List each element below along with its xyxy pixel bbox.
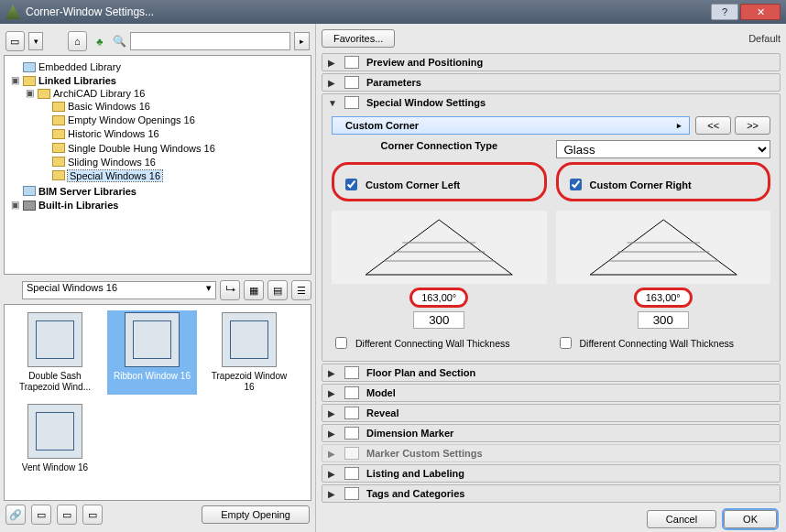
tree-archicad[interactable]: ArchiCAD Library 16 [53, 88, 145, 99]
chk-left-input[interactable] [345, 179, 357, 190]
custom-corner-left-box: Custom Corner Left [332, 162, 547, 201]
subheader-label: Custom Corner [345, 120, 419, 131]
search-icon[interactable]: 🔍 [113, 35, 126, 48]
section-model[interactable]: ▶Model [322, 384, 781, 402]
cancel-button[interactable]: Cancel [647, 510, 716, 528]
thumbnail-grid[interactable]: Double Sash Trapezoid Wind... Ribbon Win… [4, 304, 311, 501]
view-list-icon[interactable]: ☰ [291, 280, 311, 300]
section-special-window: ▼Special Window Settings Custom Corner ▸… [322, 93, 781, 362]
tree-builtin[interactable]: Built-in Libraries [38, 200, 118, 211]
tool2-icon[interactable]: ▭ [57, 505, 77, 525]
tree-linked[interactable]: Linked Libraries [38, 75, 116, 86]
library-tree[interactable]: Embedded Library ▣Linked Libraries ▣Arch… [4, 55, 311, 275]
tool1-icon[interactable]: ▭ [31, 505, 51, 525]
tree-embedded[interactable]: Embedded Library [38, 61, 121, 72]
ok-button[interactable]: OK [724, 510, 777, 528]
next-button[interactable]: >> [735, 116, 770, 135]
tree-historic[interactable]: Historic Windows 16 [68, 129, 159, 140]
chk-right-label: Custom Corner Right [590, 179, 692, 190]
svg-line-1 [439, 220, 512, 275]
left-panel: ▭ ▾ ⌂ ♣ 🔍 ▸ Embedded Library ▣Linked Lib… [0, 24, 316, 532]
thick-left-input[interactable] [335, 337, 347, 349]
corner-diagram-left [332, 211, 547, 284]
up-folder-icon[interactable]: ⮡ [220, 280, 240, 300]
section-title: Model [366, 387, 396, 398]
thumb-trapezoid[interactable]: Trapezoid Window 16 [204, 310, 294, 395]
folder-icon [52, 170, 65, 180]
thumb-vent[interactable]: Vent Window 16 [10, 402, 100, 475]
thick-right-input[interactable] [560, 337, 572, 349]
custom-corner-right-box: Custom Corner Right [556, 162, 771, 201]
section-floor-plan[interactable]: ▶Floor Plan and Section [322, 364, 781, 382]
model-icon [344, 386, 359, 399]
help-button[interactable]: ? [711, 4, 738, 20]
angle-right-value[interactable]: 163,00° [634, 288, 693, 308]
search-input[interactable] [130, 32, 290, 50]
tree-bim[interactable]: BIM Server Libraries [38, 186, 136, 197]
folder-icon [52, 129, 65, 139]
section-title: Reveal [366, 407, 398, 418]
link-icon[interactable]: 🔗 [5, 505, 26, 525]
tree-empty[interactable]: Empty Window Openings 16 [68, 114, 195, 125]
current-folder-label: Special Windows 16 [27, 282, 117, 293]
search-dropdown[interactable]: ▸ [294, 32, 310, 50]
empty-opening-button[interactable]: Empty Opening [202, 505, 310, 524]
custom-corner-right-check[interactable]: Custom Corner Right [566, 176, 761, 193]
section-special-header[interactable]: ▼Special Window Settings [322, 94, 780, 111]
section-title: Tags and Categories [366, 488, 464, 499]
section-parameters[interactable]: ▶Parameters [322, 73, 781, 92]
tree-single[interactable]: Single Double Hung Windows 16 [68, 143, 215, 154]
special-icon [344, 96, 359, 109]
thumb-caption: Double Sash Trapezoid Wind... [12, 371, 98, 393]
folder-tree-icon[interactable]: ⌂ [68, 31, 87, 51]
section-title: Floor Plan and Section [366, 367, 475, 378]
section-dimension-marker[interactable]: ▶Dimension Marker [322, 424, 781, 442]
custom-corner-tab[interactable]: Custom Corner ▸ [332, 116, 690, 135]
preview-icon [344, 56, 359, 69]
tree-basic[interactable]: Basic Windows 16 [68, 101, 150, 112]
thumb-double-sash[interactable]: Double Sash Trapezoid Wind... [10, 310, 100, 395]
width-right-field[interactable] [638, 311, 689, 329]
section-title: Preview and Positioning [366, 57, 483, 68]
thumb-caption: Trapezoid Window 16 [206, 371, 292, 393]
thick-left-check[interactable]: Different Connecting Wall Thickness [332, 334, 547, 352]
prev-button[interactable]: << [695, 116, 731, 135]
svg-line-0 [366, 220, 439, 275]
folder-bar: Special Windows 16 ▾ ⮡ ▦ ▤ ☰ [4, 280, 311, 300]
thick-right-label: Different Connecting Wall Thickness [580, 338, 734, 349]
svg-line-7 [663, 220, 737, 275]
section-listing[interactable]: ▶Listing and Labeling [322, 464, 781, 483]
view-small-icon[interactable]: ▤ [267, 280, 288, 300]
titlebar: Corner-Window Settings... ? ✕ [0, 0, 786, 24]
marker-icon [344, 447, 359, 460]
angle-left-value[interactable]: 163,00° [409, 288, 468, 308]
current-folder-combo[interactable]: Special Windows 16 ▾ [22, 281, 216, 299]
plan-view-icon[interactable]: ▭ [5, 31, 25, 51]
favorites-button[interactable]: Favorites... [322, 29, 395, 48]
tree-special[interactable]: Special Windows 16 [68, 170, 162, 181]
library-toolbar: ▭ ▾ ⌂ ♣ 🔍 ▸ [4, 27, 311, 55]
section-marker-custom: ▶Marker Custom Settings [322, 444, 781, 462]
view-large-icon[interactable]: ▦ [244, 280, 264, 300]
section-tags[interactable]: ▶Tags and Categories [322, 484, 781, 503]
thumb-caption: Ribbon Window 16 [109, 371, 195, 382]
subtype-icon[interactable]: ♣ [91, 31, 109, 51]
tool3-icon[interactable]: ▭ [82, 505, 103, 525]
close-button[interactable]: ✕ [740, 4, 781, 20]
view-dropdown[interactable]: ▾ [28, 32, 44, 50]
width-left-field[interactable] [413, 311, 464, 329]
svg-line-6 [590, 220, 663, 275]
tree-sliding[interactable]: Sliding Windows 16 [68, 157, 156, 168]
section-reveal[interactable]: ▶Reveal [322, 404, 781, 422]
thumb-ribbon-window[interactable]: Ribbon Window 16 [107, 310, 197, 395]
library-icon [23, 62, 36, 72]
chk-right-input[interactable] [570, 179, 582, 190]
folder-icon [52, 157, 65, 167]
custom-corner-left-check[interactable]: Custom Corner Left [342, 176, 537, 193]
reveal-icon [344, 407, 359, 419]
tags-icon [344, 487, 359, 500]
glass-select[interactable]: Glass [556, 140, 771, 158]
right-panel: Favorites... Default ▶Preview and Positi… [316, 24, 786, 532]
thick-right-check[interactable]: Different Connecting Wall Thickness [556, 334, 771, 352]
section-preview[interactable]: ▶Preview and Positioning [322, 53, 781, 71]
